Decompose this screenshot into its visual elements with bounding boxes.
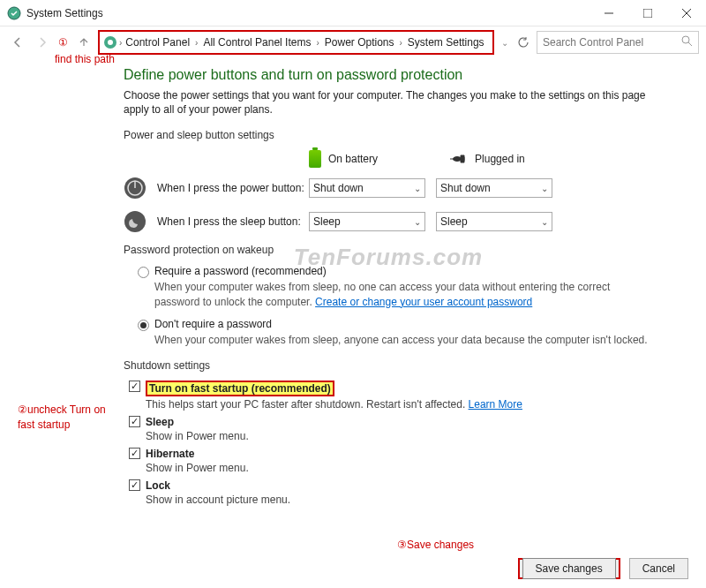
app-icon <box>7 6 21 20</box>
titlebar: System Settings <box>0 0 706 26</box>
save-button-highlight: Save changes <box>518 558 620 579</box>
window-controls <box>590 0 706 26</box>
on-battery-label: On battery <box>328 153 378 165</box>
annotation-2-badge: ② <box>18 403 27 416</box>
annotation-2-text: uncheck Turn on fast startup <box>18 403 106 431</box>
window-title: System Settings <box>26 7 590 19</box>
breadcrumb-item[interactable]: All Control Panel Items <box>199 34 314 50</box>
lock-checkbox[interactable]: Lock <box>129 479 653 492</box>
maximize-button[interactable] <box>628 0 667 26</box>
search-icon <box>681 35 693 49</box>
back-button[interactable] <box>7 32 28 53</box>
annotation-1-badge: ① <box>58 36 68 49</box>
fast-startup-desc: This helps start your PC faster after sh… <box>146 398 653 411</box>
on-battery-header: On battery <box>309 150 378 168</box>
svg-point-7 <box>682 36 689 43</box>
checkbox-icon <box>129 381 140 392</box>
chevron-down-icon: ⌄ <box>541 184 548 193</box>
radio-icon <box>138 320 149 331</box>
learn-more-link[interactable]: Learn More <box>469 398 522 411</box>
lock-checkbox-desc: Show in account picture menu. <box>146 494 653 506</box>
sleep-battery-select[interactable]: Sleep⌄ <box>309 212 425 231</box>
search-input[interactable] <box>537 31 699 54</box>
save-changes-button[interactable]: Save changes <box>522 558 616 579</box>
column-headers: On battery Plugged in <box>309 150 653 168</box>
section-shutdown: Shutdown settings <box>124 359 653 372</box>
sleep-checkbox-desc: Show in Power menu. <box>146 430 653 442</box>
lock-checkbox-label: Lock <box>146 479 170 492</box>
breadcrumb-item[interactable]: Power Options <box>321 34 398 50</box>
breadcrumb-item[interactable]: Control Panel <box>122 34 193 50</box>
close-button[interactable] <box>667 0 706 26</box>
section-power-sleep: Power and sleep button settings <box>124 129 653 141</box>
power-plugged-select[interactable]: Shut down⌄ <box>436 178 552 198</box>
chevron-right-icon: › <box>195 38 198 48</box>
cancel-button[interactable]: Cancel <box>629 558 688 579</box>
chevron-down-icon: ⌄ <box>414 217 421 227</box>
require-password-desc: When your computer wakes from sleep, no … <box>154 280 653 308</box>
sleep-icon <box>124 210 146 233</box>
section-password: Password protection on wakeup <box>124 244 653 256</box>
power-battery-select[interactable]: Shut down⌄ <box>309 178 425 198</box>
require-password-radio[interactable]: Require a password (recommended) <box>138 265 653 278</box>
svg-line-8 <box>688 42 692 46</box>
footer-buttons: Save changes Cancel <box>518 558 688 579</box>
power-icon <box>124 177 146 200</box>
battery-icon <box>309 150 321 168</box>
sleep-button-row: When I press the sleep button: Sleep⌄ Sl… <box>124 210 653 233</box>
checkbox-icon <box>129 479 140 491</box>
chevron-down-icon: ⌄ <box>414 184 421 193</box>
up-button[interactable] <box>73 32 94 53</box>
svg-point-6 <box>108 40 113 45</box>
hibernate-checkbox-label: Hibernate <box>146 448 194 460</box>
no-password-radio[interactable]: Don't require a password <box>138 318 653 331</box>
page-description: Choose the power settings that you want … <box>124 88 653 117</box>
fast-startup-label: Turn on fast startup (recommended) <box>149 382 331 395</box>
search-field[interactable] <box>543 36 681 49</box>
checkbox-icon <box>129 448 140 459</box>
breadcrumb-item[interactable]: System Settings <box>404 34 488 50</box>
chevron-right-icon: › <box>400 38 402 48</box>
checkbox-icon <box>129 416 140 427</box>
radio-icon <box>138 267 149 278</box>
breadcrumb[interactable]: › Control Panel › All Control Panel Item… <box>98 30 494 55</box>
sleep-checkbox[interactable]: Sleep <box>129 416 653 428</box>
no-password-label: Don't require a password <box>154 318 272 330</box>
sleep-checkbox-label: Sleep <box>146 416 174 428</box>
annotation-3-badge: ③ <box>397 539 407 551</box>
plugged-in-header: Plugged in <box>448 153 525 165</box>
hibernate-checkbox[interactable]: Hibernate <box>129 448 653 460</box>
power-button-label: When I press the power button: <box>157 182 309 194</box>
no-password-desc: When your computer wakes from sleep, any… <box>154 333 653 347</box>
plug-icon <box>448 154 468 164</box>
svg-rect-2 <box>643 9 652 18</box>
forward-button[interactable] <box>32 32 53 53</box>
dropdown-icon[interactable]: ⌄ <box>501 38 508 48</box>
annotation-3-text: Save changes <box>407 539 474 551</box>
chevron-right-icon: › <box>316 38 319 48</box>
create-password-link[interactable]: Create or change your user account passw… <box>315 296 532 308</box>
hibernate-checkbox-desc: Show in Power menu. <box>146 462 653 474</box>
chevron-down-icon: ⌄ <box>541 217 548 227</box>
sleep-button-label: When I press the sleep button: <box>157 215 309 228</box>
fast-startup-checkbox[interactable]: Turn on fast startup (recommended) <box>129 381 653 396</box>
minimize-button[interactable] <box>590 0 628 26</box>
power-button-row: When I press the power button: Shut down… <box>124 177 653 200</box>
sleep-plugged-select[interactable]: Sleep⌄ <box>436 212 552 231</box>
svg-point-13 <box>124 211 146 232</box>
page-heading: Define power buttons and turn on passwor… <box>124 67 653 83</box>
svg-point-9 <box>453 156 462 162</box>
location-icon <box>103 35 117 49</box>
main-content: Define power buttons and turn on passwor… <box>0 58 706 520</box>
require-password-label: Require a password (recommended) <box>154 265 327 277</box>
refresh-button[interactable] <box>514 33 533 52</box>
plugged-in-label: Plugged in <box>475 153 525 165</box>
